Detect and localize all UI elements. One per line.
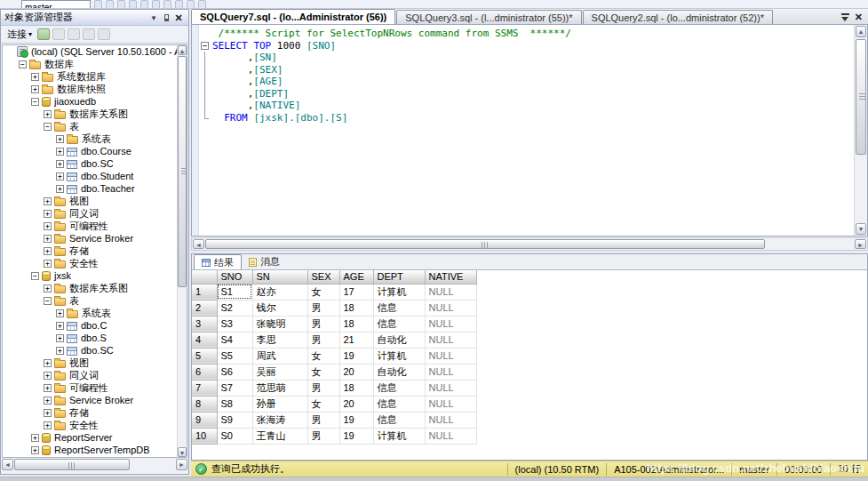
row-number[interactable]: 9 (192, 412, 217, 428)
expand-icon[interactable]: + (31, 85, 39, 93)
expand-icon[interactable]: + (56, 185, 64, 193)
expand-icon[interactable]: + (44, 110, 52, 118)
scroll-right-icon[interactable]: ► (855, 239, 866, 249)
tree-item--[interactable]: −数据库 (3, 58, 177, 70)
grid-cell[interactable]: S0 (217, 428, 252, 444)
grid-cell[interactable]: 张海涛 (252, 412, 307, 428)
grid-cell[interactable]: 19 (339, 428, 373, 444)
code-line[interactable]: −SELECT TOP 1000 [SNO] (201, 40, 853, 52)
database-combo[interactable] (21, 0, 91, 9)
grid-cell[interactable]: S6 (217, 364, 252, 380)
scrollbar-thumb[interactable] (178, 56, 187, 287)
grid-cell[interactable]: 男 (307, 428, 339, 444)
grid-cell[interactable]: 范思萌 (252, 380, 307, 396)
expand-icon[interactable]: + (44, 197, 52, 205)
grid-cell[interactable]: NULL (425, 332, 476, 348)
grid-cell[interactable]: NULL (425, 412, 476, 428)
row-number[interactable]: 3 (192, 316, 217, 332)
execute-icon[interactable] (94, 0, 102, 9)
grid-cell[interactable]: 计算机 (373, 284, 425, 300)
expand-icon[interactable]: + (56, 347, 64, 355)
expand-icon[interactable]: + (56, 309, 64, 317)
scrollbar-thumb[interactable] (205, 239, 765, 249)
grid-cell[interactable]: NULL (425, 316, 476, 332)
code-line[interactable]: ,[DEPT] (201, 88, 853, 100)
collapse-icon[interactable]: − (44, 297, 52, 305)
tree-item-dbo.teacher[interactable]: +dbo.Teacher (3, 182, 177, 195)
grid-cell[interactable]: 男 (307, 412, 339, 428)
close-icon[interactable]: ✕ (172, 12, 185, 23)
row-number[interactable]: 8 (192, 396, 217, 412)
collapse-icon[interactable]: − (31, 98, 39, 106)
tree-item--[interactable]: +数据库关系图 (3, 108, 177, 120)
grid-cell[interactable]: 信息 (373, 380, 425, 396)
grid-cell[interactable]: NULL (425, 300, 476, 316)
filter-icon[interactable] (83, 28, 95, 40)
grid-cell[interactable]: 女 (307, 396, 339, 412)
tree-item--[interactable]: −表 (3, 294, 177, 307)
expand-icon[interactable]: + (44, 359, 52, 367)
row-number[interactable]: 2 (192, 300, 217, 316)
collapse-icon[interactable]: − (19, 60, 27, 68)
expand-icon[interactable]: + (44, 409, 52, 417)
tree-item--[interactable]: +视图 (3, 357, 177, 369)
grid-cell[interactable]: S4 (217, 332, 252, 348)
expand-icon[interactable]: + (44, 285, 52, 293)
grid-cell[interactable]: 张晓明 (252, 316, 307, 332)
grid-cell[interactable]: NULL (425, 348, 476, 364)
expand-icon[interactable]: + (56, 160, 64, 168)
refresh-icon[interactable] (68, 28, 80, 40)
grid-cell[interactable]: S1 (217, 284, 252, 300)
editor-horizontal-scrollbar[interactable]: ◄ ► (191, 237, 868, 251)
column-header-sex[interactable]: SEX (307, 270, 339, 284)
grid-cell[interactable]: S9 (217, 412, 252, 428)
scroll-left-icon[interactable]: ◄ (2, 459, 13, 470)
tree-item--local-sql-server-10.50.1600-a105-00[interactable]: (local) (SQL Server 10.50.1600 - A105-00 (3, 45, 177, 58)
code-line[interactable]: ,[SEX] (201, 64, 853, 76)
grid-cell[interactable]: 19 (339, 412, 373, 428)
grid-cell[interactable]: 计算机 (373, 428, 425, 444)
tree-item--[interactable]: +可编程性 (3, 381, 177, 394)
tree-item-jiaoxuedb[interactable]: −jiaoxuedb (3, 95, 177, 108)
grid-cell[interactable]: 王青山 (252, 428, 307, 444)
tree-item--[interactable]: +视图 (3, 195, 177, 207)
grid-cell[interactable]: NULL (425, 284, 476, 300)
grid-cell[interactable]: 19 (339, 348, 373, 364)
expand-icon[interactable]: + (56, 322, 64, 330)
tree-item--[interactable]: −表 (3, 120, 177, 132)
scrollbar-thumb[interactable] (14, 459, 130, 470)
tree-item-dbo.sc[interactable]: +dbo.SC (3, 157, 177, 170)
grid-cell[interactable]: NULL (425, 396, 476, 412)
editor-vertical-scrollbar[interactable]: ▲ ▼ (854, 25, 867, 236)
grid-cell[interactable]: S7 (217, 380, 252, 396)
tree-item-reportserver[interactable]: +ReportServer (3, 431, 177, 444)
tree-item-service-broker[interactable]: +Service Broker (3, 232, 177, 245)
stop-icon[interactable] (52, 28, 65, 40)
expand-icon[interactable]: + (31, 434, 39, 442)
grid-cell[interactable]: 女 (307, 348, 339, 364)
tree-item--[interactable]: +系统表 (3, 132, 177, 145)
grid-cell[interactable]: S2 (217, 300, 252, 316)
grid-cell[interactable]: 17 (339, 284, 373, 300)
toolbar-icon[interactable] (152, 0, 160, 9)
tree-item-dbo.c[interactable]: +dbo.C (3, 319, 177, 332)
expand-icon[interactable]: + (56, 135, 64, 143)
grid-cell[interactable]: 男 (307, 380, 339, 396)
row-number[interactable]: 6 (192, 364, 217, 380)
expand-icon[interactable]: + (31, 73, 39, 81)
code-line[interactable]: ,[AGE] (201, 76, 853, 88)
debug-icon[interactable] (106, 0, 114, 9)
tree-item-jxsk[interactable]: −jxsk (3, 269, 177, 282)
grid-cell[interactable]: 信息 (373, 396, 425, 412)
row-number[interactable]: 5 (192, 348, 217, 364)
grid-cell[interactable]: 周武 (252, 348, 307, 364)
grid-cell[interactable]: 男 (307, 300, 339, 316)
row-number[interactable]: 1 (192, 284, 217, 300)
grid-cell[interactable]: 男 (307, 332, 339, 348)
sql-editor[interactable]: /****** Script for SelectTopNRows comman… (191, 24, 868, 236)
scroll-left-icon[interactable]: ◄ (193, 239, 204, 249)
disconnect-icon[interactable] (37, 28, 50, 40)
document-tab-2[interactable]: SQLQuery3.sql - (l...dministrator (55))* (396, 10, 581, 24)
script-icon[interactable] (98, 28, 110, 40)
toolbar-icon[interactable] (163, 0, 171, 9)
